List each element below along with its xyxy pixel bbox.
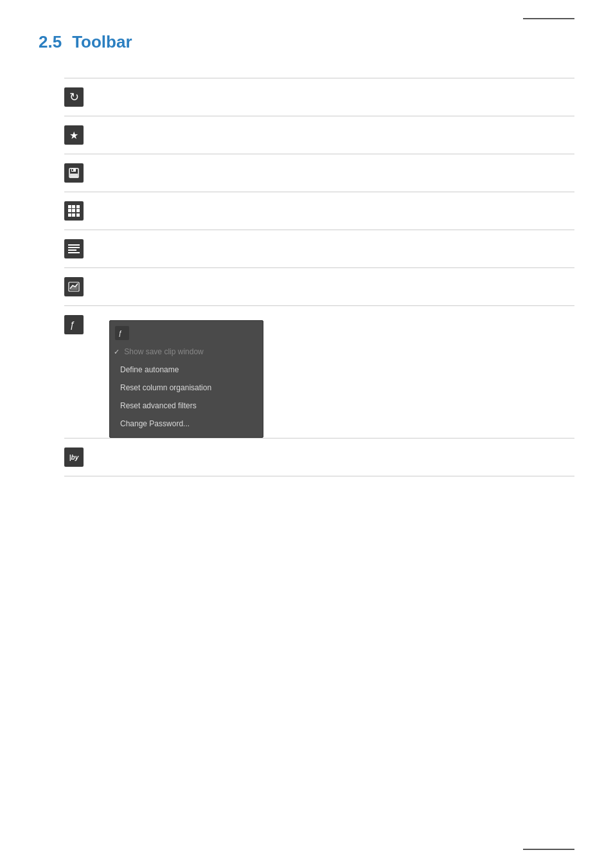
settings-dropdown-menu: ƒ ✓ Show save clip window Define autonam… <box>109 320 263 438</box>
icon-cell-list <box>64 230 96 268</box>
desc-cell-favorites <box>96 116 574 154</box>
show-save-clip-label: Show save clip window <box>124 347 203 356</box>
page-container: 2.5 Toolbar <box>0 0 613 868</box>
desc-cell-save <box>96 154 574 192</box>
settings-dropdown: ƒ ✓ Show save clip window Define autonam… <box>109 320 568 438</box>
icon-cell-refresh <box>64 78 96 116</box>
chart-icon-box[interactable] <box>64 277 84 296</box>
toolbar-row-list <box>64 230 574 268</box>
svg-rect-3 <box>72 169 73 171</box>
list-icon <box>68 244 80 253</box>
toolbar-row-sort: |by <box>64 439 574 476</box>
star-icon <box>69 129 78 141</box>
icon-cell-sort: |by <box>64 439 96 476</box>
menu-item-reset-filters[interactable]: Reset advanced filters <box>110 397 263 415</box>
desc-cell-wrench: ƒ ✓ Show save clip window Define autonam… <box>96 306 574 439</box>
checkmark-icon: ✓ <box>114 348 120 356</box>
toolbar-row-wrench: ƒ ƒ <box>64 306 574 439</box>
menu-item-reset-column[interactable]: Reset column organisation <box>110 379 263 397</box>
icon-cell-chart <box>64 268 96 306</box>
wrench-icon: ƒ <box>68 319 80 330</box>
reset-filters-label: Reset advanced filters <box>120 401 197 410</box>
list-icon-box[interactable] <box>64 239 84 258</box>
toolbar-row-chart <box>64 268 574 306</box>
toolbar-row-favorites <box>64 116 574 154</box>
dropdown-icon-row: ƒ <box>110 323 263 343</box>
top-decoration-line <box>523 18 574 19</box>
grid-icon-box[interactable] <box>64 201 84 221</box>
desc-cell-chart <box>96 268 574 306</box>
menu-item-define-autoname[interactable]: Define autoname <box>110 361 263 379</box>
menu-item-show-save-clip[interactable]: ✓ Show save clip window <box>110 343 263 361</box>
toolbar-row-refresh <box>64 78 574 116</box>
desc-cell-refresh <box>96 78 574 116</box>
desc-cell-list <box>96 230 574 268</box>
icon-cell-wrench: ƒ <box>64 306 96 439</box>
section-header: 2.5 Toolbar <box>39 32 574 52</box>
bottom-decoration-line <box>523 849 574 850</box>
icon-cell-grid <box>64 192 96 230</box>
svg-text:ƒ: ƒ <box>119 330 123 337</box>
star-icon-box[interactable] <box>64 125 84 145</box>
grid-icon <box>68 205 80 217</box>
refresh-icon <box>69 90 79 104</box>
change-password-label: Change Password... <box>120 419 190 428</box>
toolbar-row-save <box>64 154 574 192</box>
menu-item-change-password[interactable]: Change Password... <box>110 415 263 435</box>
desc-cell-sort <box>96 439 574 476</box>
define-autoname-label: Define autoname <box>120 365 179 374</box>
disk-icon-box[interactable] <box>64 163 84 183</box>
sort-icon: |by <box>69 454 78 461</box>
icon-cell-save <box>64 154 96 192</box>
icon-cell-favorites <box>64 116 96 154</box>
toolbar-row-grid <box>64 192 574 230</box>
svg-rect-2 <box>70 174 78 177</box>
section-title: Toolbar <box>72 32 132 52</box>
svg-text:ƒ: ƒ <box>70 320 75 330</box>
chart-icon <box>67 281 80 293</box>
sort-icon-box[interactable]: |by <box>64 448 84 467</box>
disk-icon <box>68 167 80 179</box>
wrench-icon-box[interactable]: ƒ <box>64 315 84 334</box>
refresh-icon-box[interactable] <box>64 87 84 107</box>
reset-column-label: Reset column organisation <box>120 383 211 392</box>
dropdown-wrench-icon: ƒ <box>118 329 127 338</box>
desc-cell-grid <box>96 192 574 230</box>
section-number: 2.5 <box>39 32 62 52</box>
toolbar-table: ƒ ƒ <box>64 78 574 476</box>
dropdown-wrench-icon-box: ƒ <box>115 326 129 340</box>
